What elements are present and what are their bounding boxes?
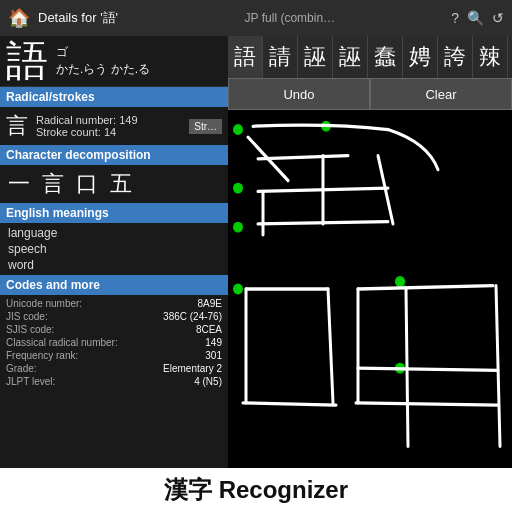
code-label-1: JIS code:: [6, 311, 163, 322]
right-panel: 語 請 誣 誣 蠢 娉 誇 辣 Undo Clear 1 2 3: [228, 36, 512, 468]
code-label-5: Grade:: [6, 363, 163, 374]
candidate-0[interactable]: 語: [228, 36, 263, 78]
code-row-2: SJIS code: 8CEA: [6, 323, 222, 336]
code-value-6: 4 (N5): [194, 376, 222, 387]
code-row-4: Frequency rank: 301: [6, 349, 222, 362]
code-label-4: Frequency rank:: [6, 350, 205, 361]
left-panel: 語 ゴ かた.らう かた.る Radical/strokes 言 Radical…: [0, 36, 228, 468]
meaning-1: speech: [8, 241, 220, 257]
code-value-3: 149: [205, 337, 222, 348]
radical-number-line: Radical number: 149: [36, 114, 189, 126]
radical-icon: 言: [6, 111, 28, 141]
section-decomp: Character decomposition: [0, 145, 228, 165]
decomp-char-0[interactable]: 一: [8, 169, 30, 199]
code-row-1: JIS code: 386C (24-76): [6, 310, 222, 323]
home-icon: 🏠: [8, 7, 30, 29]
svg-text:4: 4: [236, 223, 241, 233]
help-icon[interactable]: ?: [451, 10, 459, 26]
section-meanings: English meanings: [0, 203, 228, 223]
reading-on: ゴ: [56, 44, 150, 61]
stroke-count-line: Stroke count: 14: [36, 126, 189, 138]
code-value-0: 8A9E: [198, 298, 222, 309]
code-row-5: Grade: Elementary 2: [6, 362, 222, 375]
stroke-button[interactable]: Str…: [189, 119, 222, 134]
code-value-4: 301: [205, 350, 222, 361]
char-header: 語 ゴ かた.らう かた.る: [0, 36, 228, 87]
refresh-icon[interactable]: ↺: [492, 10, 504, 26]
code-row-0: Unicode number: 8A9E: [6, 297, 222, 310]
candidates-bar: 語 請 誣 誣 蠢 娉 誇 辣: [228, 36, 512, 78]
meaning-2: word: [8, 257, 220, 273]
decomp-char-3[interactable]: 五: [110, 169, 132, 199]
drawing-area[interactable]: 1 2 3 4 5 12 8: [228, 110, 512, 468]
code-label-0: Unicode number:: [6, 298, 198, 309]
action-buttons: Undo Clear: [228, 78, 512, 110]
top-bar: 🏠 Details for '語' JP full (combin… ? 🔍 ↺: [0, 0, 512, 36]
meanings-list: language speech word: [0, 223, 228, 275]
section-codes: Codes and more: [0, 275, 228, 295]
reading-kun: かた.らう かた.る: [56, 61, 150, 78]
radical-row: 言 Radical number: 149 Stroke count: 14 S…: [0, 107, 228, 145]
main-area: 語 ゴ かた.らう かた.る Radical/strokes 言 Radical…: [0, 36, 512, 468]
code-label-2: SJIS code:: [6, 324, 196, 335]
decomp-row: 一 言 口 五: [0, 165, 228, 203]
candidate-1[interactable]: 請: [263, 36, 298, 78]
stroke-label: Stroke count:: [36, 126, 101, 138]
radical-info: Radical number: 149 Stroke count: 14: [36, 114, 189, 138]
svg-text:5: 5: [236, 285, 241, 295]
codes-table: Unicode number: 8A9E JIS code: 386C (24-…: [0, 295, 228, 390]
meaning-0: language: [8, 225, 220, 241]
svg-text:3: 3: [236, 184, 241, 194]
decomp-char-2[interactable]: 口: [76, 169, 98, 199]
char-main: 語: [6, 40, 48, 82]
section-radical: Radical/strokes: [0, 87, 228, 107]
clear-button[interactable]: Clear: [370, 78, 512, 110]
candidate-2[interactable]: 誣: [298, 36, 333, 78]
code-row-3: Classical radical number: 149: [6, 336, 222, 349]
radical-number-label: Radical number:: [36, 114, 116, 126]
bottom-title: 漢字 Recognizer: [0, 468, 512, 512]
undo-button[interactable]: Undo: [228, 78, 370, 110]
code-value-1: 386C (24-76): [163, 311, 222, 322]
stroke-canvas[interactable]: 1 2 3 4 5 12 8: [228, 110, 512, 468]
candidate-4[interactable]: 蠢: [368, 36, 403, 78]
code-label-6: JLPT level:: [6, 376, 194, 387]
char-readings: ゴ かた.らう かた.る: [56, 44, 150, 78]
code-value-5: Elementary 2: [163, 363, 222, 374]
code-value-2: 8CEA: [196, 324, 222, 335]
code-label-3: Classical radical number:: [6, 337, 205, 348]
tab-label[interactable]: JP full (combin…: [245, 11, 452, 25]
decomp-char-1[interactable]: 言: [42, 169, 64, 199]
search-icon[interactable]: 🔍: [467, 10, 484, 26]
candidate-5[interactable]: 娉: [403, 36, 438, 78]
candidate-6[interactable]: 誇: [438, 36, 473, 78]
code-row-6: JLPT level: 4 (N5): [6, 375, 222, 388]
stroke-value: 14: [104, 126, 116, 138]
radical-number-value: 149: [119, 114, 137, 126]
candidate-3[interactable]: 誣: [333, 36, 368, 78]
top-bar-title: Details for '語': [38, 9, 245, 27]
candidate-7[interactable]: 辣: [473, 36, 508, 78]
svg-text:1: 1: [236, 126, 241, 136]
top-bar-actions: ? 🔍 ↺: [451, 10, 504, 26]
